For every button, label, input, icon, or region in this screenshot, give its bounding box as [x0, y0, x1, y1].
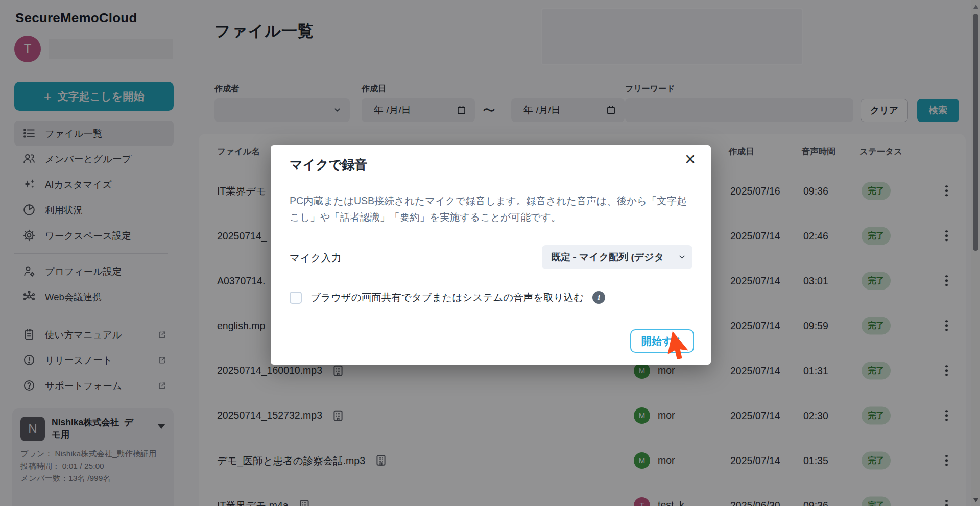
- tab-audio-label: ブラウザの画面共有でタブまたはシステムの音声を取り込む: [310, 291, 584, 304]
- mic-input-label: マイク入力: [290, 251, 341, 265]
- record-mic-dialog: マイクで録音 × PC内蔵またはUSB接続されたマイクで録音します。録音された音…: [271, 145, 711, 365]
- mic-device-value: 既定 - マイク配列 (デジタ: [551, 251, 664, 264]
- dialog-description: PC内蔵またはUSB接続されたマイクで録音します。録音された音声は、後から「文字…: [290, 193, 696, 225]
- chevron-down-icon: [678, 253, 686, 261]
- info-icon[interactable]: i: [592, 291, 605, 304]
- mic-device-select[interactable]: 既定 - マイク配列 (デジタ: [542, 245, 692, 269]
- dialog-title: マイクで録音: [290, 156, 367, 173]
- tab-audio-checkbox[interactable]: [290, 292, 302, 304]
- tab-audio-option: ブラウザの画面共有でタブまたはシステムの音声を取り込む i: [290, 291, 605, 304]
- scrollbar-down-arrow[interactable]: [973, 498, 978, 502]
- mouse-cursor-icon: [666, 331, 698, 366]
- close-icon[interactable]: ×: [685, 150, 696, 168]
- page-scrollbar[interactable]: [971, 0, 980, 506]
- scrollbar-up-arrow[interactable]: [973, 5, 978, 9]
- scrollbar-thumb[interactable]: [973, 14, 978, 251]
